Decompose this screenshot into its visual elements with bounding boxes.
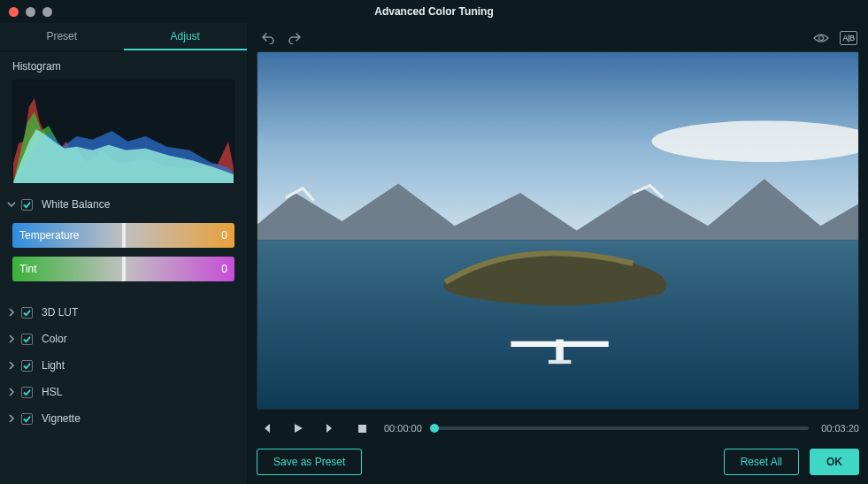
- tab-preset[interactable]: Preset: [0, 23, 124, 50]
- undo-button[interactable]: [258, 28, 278, 48]
- chevron-down-icon: [7, 200, 16, 209]
- group-label: Color: [42, 333, 67, 345]
- chevron-right-icon: [7, 334, 16, 343]
- checkbox-hsl[interactable]: [21, 387, 33, 398]
- stop-icon: [357, 424, 367, 434]
- slider-value: 0: [221, 229, 227, 242]
- svg-rect-6: [549, 360, 571, 364]
- svg-rect-5: [511, 342, 608, 347]
- stop-button[interactable]: [352, 419, 372, 438]
- ok-button[interactable]: OK: [810, 449, 859, 475]
- compare-ab-button[interactable]: A|B: [840, 31, 857, 45]
- transport: 00:00:00 00:03:20: [257, 410, 859, 440]
- group-vignette[interactable]: Vignette: [0, 405, 247, 432]
- minimize-window-icon[interactable]: [26, 7, 35, 17]
- preview-toolbar: A|B: [257, 28, 859, 51]
- preview-viewport[interactable]: [257, 51, 859, 410]
- content: A|B: [248, 23, 868, 484]
- group-light[interactable]: Light: [0, 352, 247, 379]
- eye-icon: [813, 33, 829, 43]
- zoom-window-icon[interactable]: [42, 7, 52, 17]
- chevron-right-icon: [7, 388, 16, 396]
- slider-tint[interactable]: Tint 0: [12, 257, 234, 281]
- chevron-right-icon: [7, 308, 16, 317]
- undo-icon: [261, 32, 275, 44]
- play-button[interactable]: [288, 419, 308, 438]
- scrubber[interactable]: [434, 426, 809, 430]
- histogram: [12, 80, 234, 184]
- playhead-icon[interactable]: [430, 424, 439, 433]
- slider-thumb-icon[interactable]: [122, 257, 126, 281]
- duration: 00:03:20: [821, 423, 859, 434]
- group-3d-lut[interactable]: 3D LUT: [0, 299, 247, 326]
- toggle-preview-button[interactable]: [811, 28, 831, 48]
- next-frame-button[interactable]: [320, 419, 340, 438]
- reset-all-button[interactable]: Reset All: [724, 449, 799, 475]
- checkbox-white-balance[interactable]: [21, 199, 33, 211]
- tabs: Preset Adjust: [0, 23, 247, 51]
- step-back-icon: [261, 423, 272, 434]
- current-time: 00:00:00: [384, 423, 422, 434]
- group-hsl[interactable]: HSL: [0, 379, 247, 405]
- group-label: HSL: [42, 386, 62, 398]
- group-label: Vignette: [42, 412, 81, 425]
- svg-rect-7: [358, 425, 366, 433]
- group-label: 3D LUT: [42, 306, 78, 319]
- group-white-balance[interactable]: White Balance: [0, 191, 247, 218]
- close-window-icon[interactable]: [9, 7, 19, 17]
- step-forward-icon: [325, 423, 335, 434]
- footer: Save as Preset Reset All OK: [257, 440, 859, 475]
- slider-thumb-icon[interactable]: [122, 223, 126, 248]
- redo-button[interactable]: [285, 28, 304, 48]
- checkbox-light[interactable]: [21, 360, 33, 372]
- play-icon: [293, 423, 303, 434]
- slider-value: 0: [221, 263, 227, 275]
- checkbox-color[interactable]: [21, 334, 33, 345]
- group-label: White Balance: [42, 198, 110, 211]
- chevron-right-icon: [7, 414, 16, 423]
- svg-point-0: [819, 36, 824, 41]
- histogram-title: Histogram: [0, 51, 247, 80]
- tab-adjust[interactable]: Adjust: [124, 23, 248, 50]
- checkbox-vignette[interactable]: [21, 413, 33, 425]
- slider-label: Tint: [19, 263, 37, 275]
- redo-icon: [288, 32, 302, 44]
- group-label: Light: [42, 359, 65, 372]
- slider-temperature[interactable]: Temperature 0: [12, 223, 234, 248]
- slider-label: Temperature: [19, 229, 79, 242]
- save-preset-button[interactable]: Save as Preset: [257, 449, 362, 475]
- prev-frame-button[interactable]: [257, 419, 276, 438]
- group-color[interactable]: Color: [0, 326, 247, 352]
- window-controls: [9, 7, 52, 17]
- checkbox-3d-lut[interactable]: [21, 307, 33, 319]
- window-title: Advanced Color Tuning: [0, 5, 868, 18]
- chevron-right-icon: [7, 361, 16, 370]
- titlebar: Advanced Color Tuning: [0, 0, 868, 23]
- sidebar: Preset Adjust Histogram White Balance: [0, 23, 248, 484]
